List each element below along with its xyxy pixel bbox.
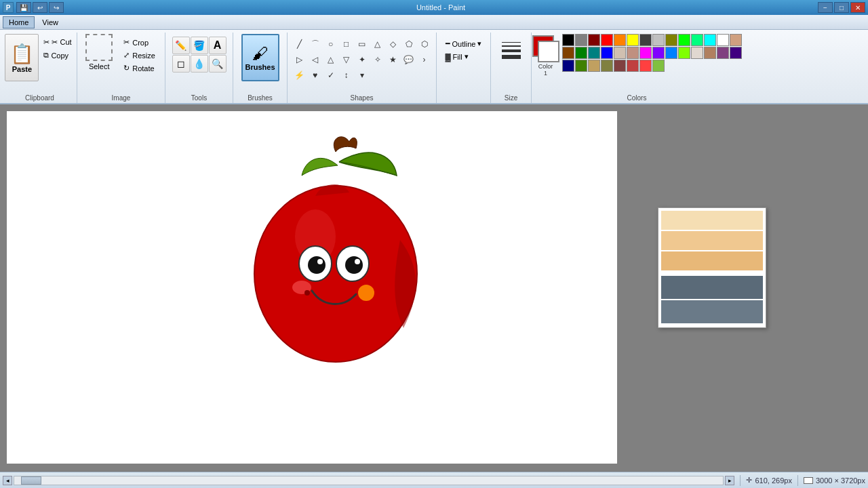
fill-tool[interactable]: 🪣 — [191, 37, 208, 54]
palette-cell-23[interactable] — [678, 47, 690, 59]
palette-cell-33[interactable] — [627, 60, 639, 72]
palette-cell-32[interactable] — [614, 60, 626, 72]
shape-rect[interactable]: □ — [339, 37, 354, 52]
shape-hexagon[interactable]: ⬡ — [417, 37, 432, 52]
shape-oval[interactable]: ○ — [323, 37, 338, 52]
crop-button[interactable]: ✂ Crop — [119, 37, 159, 48]
magnify-tool[interactable]: 🔍 — [209, 55, 226, 73]
palette-cell-9[interactable] — [678, 34, 690, 46]
palette-cell-1[interactable] — [575, 34, 587, 46]
size-selector[interactable] — [499, 37, 524, 64]
quick-access-save[interactable]: 💾 — [16, 2, 31, 13]
menu-home[interactable]: Home — [3, 16, 35, 28]
shape-scroll[interactable]: ↕ — [339, 68, 354, 83]
color-popup-row-2[interactable] — [661, 231, 763, 250]
text-tool[interactable]: A — [209, 37, 226, 54]
shape-triangle[interactable]: △ — [370, 37, 385, 52]
select-label[interactable]: Select — [89, 62, 110, 70]
resize-button[interactable]: ⤢ Resize — [119, 49, 159, 61]
palette-cell-10[interactable] — [691, 34, 703, 46]
palette-cell-27[interactable] — [730, 47, 742, 59]
shapes-group: ╱ ⌒ ○ □ ▭ △ ◇ ⬠ ⬡ ▷ ◁ △ ▽ ✦ ✧ ★ 💬 › ⚡ — [288, 33, 437, 103]
palette-cell-19[interactable] — [627, 47, 639, 59]
quick-access-undo[interactable]: ↩ — [33, 2, 47, 13]
minimize-button[interactable]: − — [818, 2, 833, 13]
palette-cell-15[interactable] — [575, 47, 587, 59]
colorpick-tool[interactable]: 💧 — [191, 55, 208, 73]
color-popup-row-4[interactable] — [661, 276, 763, 299]
scroll-right-arrow[interactable]: ▸ — [725, 476, 734, 485]
shape-lightning[interactable]: ⚡ — [292, 68, 307, 83]
paste-button[interactable]: 📋 Paste — [5, 34, 39, 81]
shape-more[interactable]: ▾ — [355, 68, 370, 83]
shape-rtarrow[interactable]: ▷ — [292, 52, 307, 67]
palette-cell-17[interactable] — [601, 47, 613, 59]
scroll-thumb[interactable] — [21, 476, 41, 485]
brushes-button[interactable]: 🖌 Brushes — [241, 34, 279, 81]
palette-cell-18[interactable] — [614, 47, 626, 59]
palette-cell-26[interactable] — [717, 47, 729, 59]
shape-downarrow[interactable]: ▽ — [339, 52, 354, 67]
palette-cell-35[interactable] — [652, 60, 665, 72]
shape-heart[interactable]: ♥ — [308, 68, 323, 83]
palette-cell-16[interactable] — [588, 47, 600, 59]
shape-line[interactable]: ╱ — [292, 37, 307, 52]
palette-cell-30[interactable] — [588, 60, 600, 72]
color-popup-row-1[interactable] — [661, 211, 763, 230]
shape-callout[interactable]: 💬 — [401, 52, 416, 67]
pencil-tool[interactable]: ✏️ — [172, 37, 190, 54]
palette-cell-20[interactable] — [639, 47, 652, 59]
cut-button[interactable]: ✂ ✂ Cut — [41, 37, 74, 48]
shape-pentagon[interactable]: ⬠ — [401, 37, 416, 52]
shape-4arrow[interactable]: ✦ — [355, 52, 370, 67]
palette-cell-0[interactable] — [562, 34, 574, 46]
palette-cell-7[interactable] — [652, 34, 665, 46]
size-line-3 — [502, 49, 521, 52]
color-popup-row-5[interactable] — [661, 300, 763, 323]
color-popup-row-3[interactable] — [661, 251, 763, 270]
palette-cell-12[interactable] — [717, 34, 729, 46]
copy-button[interactable]: ⧉ Copy — [41, 49, 74, 61]
shape-diamond[interactable]: ◇ — [386, 37, 401, 52]
color-picker-popup[interactable] — [658, 207, 766, 328]
palette-cell-31[interactable] — [601, 60, 613, 72]
palette-cell-34[interactable] — [639, 60, 652, 72]
menu-view[interactable]: View — [36, 16, 64, 28]
outline-button[interactable]: ━ Outline ▾ — [443, 38, 485, 49]
palette-cell-24[interactable] — [691, 47, 703, 59]
shape-check[interactable]: ✓ — [323, 68, 338, 83]
palette-cell-29[interactable] — [575, 60, 587, 72]
palette-cell-22[interactable] — [665, 47, 677, 59]
palette-cell-14[interactable] — [562, 47, 574, 59]
palette-cell-5[interactable] — [627, 34, 639, 46]
shape-uparrow[interactable]: △ — [323, 52, 338, 67]
shape-curve[interactable]: ⌒ — [308, 37, 323, 52]
palette-cell-2[interactable] — [588, 34, 600, 46]
palette-cell-28[interactable] — [562, 60, 574, 72]
shape-chevron[interactable]: › — [417, 52, 432, 67]
rotate-button[interactable]: ↻ Rotate — [119, 62, 159, 74]
palette-cell-4[interactable] — [614, 34, 626, 46]
fill-button[interactable]: ▓ Fill ▾ — [443, 51, 485, 62]
eraser-tool[interactable]: ◻ — [172, 55, 190, 73]
maximize-button[interactable]: □ — [834, 2, 849, 13]
canvas[interactable] — [7, 111, 617, 464]
quick-access-redo[interactable]: ↪ — [49, 2, 64, 13]
palette-cell-21[interactable] — [652, 47, 665, 59]
color2-swatch[interactable] — [538, 41, 559, 62]
palette-cell-11[interactable] — [704, 34, 716, 46]
palette-cell-13[interactable] — [730, 34, 742, 46]
close-button[interactable]: ✕ — [850, 2, 865, 13]
palette-cell-3[interactable] — [601, 34, 613, 46]
palette-cell-6[interactable] — [639, 34, 652, 46]
palette-cell-8[interactable] — [665, 34, 677, 46]
shape-star5[interactable]: ★ — [386, 52, 401, 67]
palette-cell-25[interactable] — [704, 47, 716, 59]
shape-ltarrow[interactable]: ◁ — [308, 52, 323, 67]
shape-star4[interactable]: ✧ — [370, 52, 385, 67]
shape-roundrect[interactable]: ▭ — [355, 37, 370, 52]
horizontal-scrollbar[interactable]: ◂ ▸ — [3, 476, 734, 485]
color-palette[interactable] — [562, 34, 742, 72]
scroll-track[interactable] — [14, 476, 724, 485]
scroll-left-arrow[interactable]: ◂ — [3, 476, 12, 485]
